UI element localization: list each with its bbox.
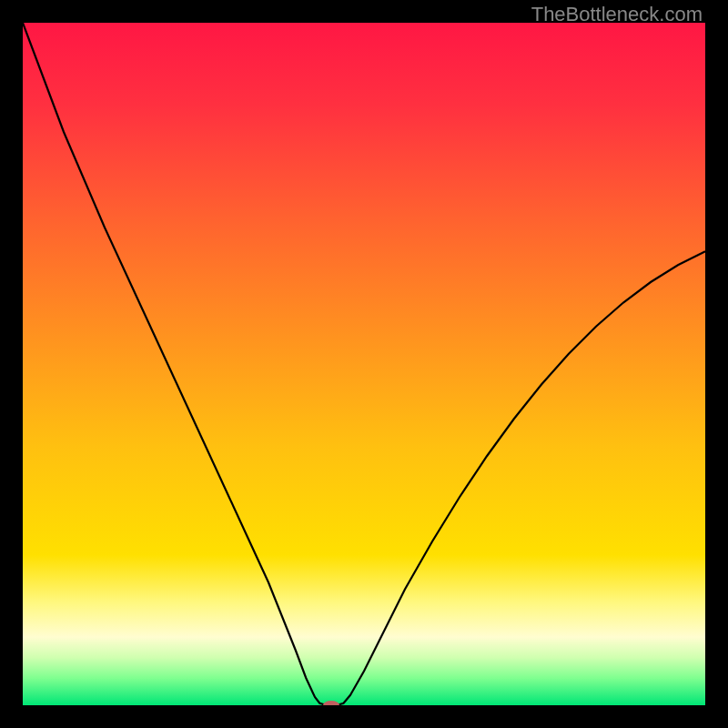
chart-container: [23, 23, 705, 705]
watermark-text: TheBottleneck.com: [531, 3, 703, 26]
gradient-background: [23, 23, 705, 705]
chart-svg: [23, 23, 705, 705]
